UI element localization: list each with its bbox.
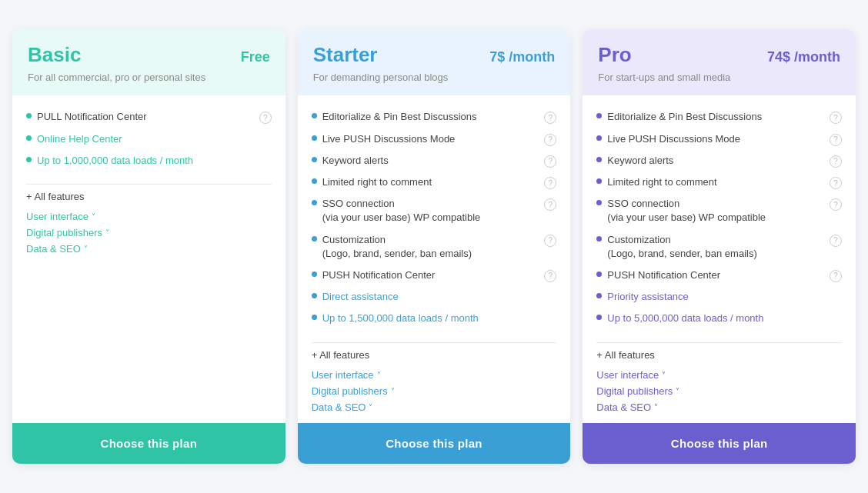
chevron-down-icon: ˅ [369,403,372,411]
expand-item[interactable]: Digital publishers ˅ [596,383,842,399]
feature-text: Customization(Logo, brand, sender, ban e… [322,233,540,261]
feature-item: SSO connection(via your user base) WP co… [312,193,557,228]
help-icon[interactable]: ? [544,134,556,146]
plan-price-starter: 7$ /month [489,49,555,65]
feature-dot [312,135,317,141]
feature-text: SSO connection(via your user base) WP co… [607,197,825,225]
feature-item: Keyword alerts? [312,150,557,172]
feature-dot [26,135,32,141]
feature-dot [596,271,602,277]
expand-list-starter: User interface ˅Digital publishers ˅Data… [312,367,557,415]
help-icon[interactable]: ? [259,112,272,124]
section-divider [596,342,842,343]
choose-plan-button-pro[interactable]: Choose this plan [583,423,856,464]
feature-text: Up to 5,000,000 data loads / month [607,311,842,325]
help-icon[interactable]: ? [544,155,556,168]
feature-dot [596,135,602,141]
feature-text: Keyword alerts [322,154,540,168]
feature-text: PULL Notification Center [37,110,255,124]
expand-item-label: Digital publishers [596,385,673,397]
feature-dot [312,236,317,242]
feature-text: Customization(Logo, brand, sender, ban e… [607,233,825,261]
expand-item[interactable]: Data & SEO ˅ [596,399,842,415]
all-features-label: + All features [596,349,842,361]
expand-item[interactable]: User interface ˅ [596,367,842,383]
plan-name-starter: Starter [313,43,378,67]
feature-text: Keyword alerts [607,154,825,168]
feature-dot [312,113,317,118]
feature-item: Limited right to comment? [596,172,842,193]
expand-item[interactable]: User interface ˅ [26,208,272,225]
feature-dot [312,178,317,184]
all-features-label: + All features [26,191,272,202]
feature-text: Limited right to comment [322,175,540,189]
feature-item: Customization(Logo, brand, sender, ban e… [312,229,557,265]
expand-list-basic: User interface ˅Digital publishers ˅Data… [26,208,272,257]
expand-item[interactable]: Data & SEO ˅ [312,399,557,415]
feature-text: Priority assistance [607,290,842,304]
expand-item-label: Data & SEO [26,243,81,255]
help-icon[interactable]: ? [830,134,842,146]
feature-item: PUSH Notification Center? [596,265,842,286]
expand-item[interactable]: Data & SEO ˅ [26,241,272,257]
expand-list-pro: User interface ˅Digital publishers ˅Data… [596,367,842,415]
feature-dot [596,113,602,118]
expand-item-label: User interface [596,369,659,381]
plan-subtitle-starter: For demanding personal blogs [313,72,556,83]
feature-item: Live PUSH Discussions Mode? [312,128,557,150]
feature-dot [596,200,602,205]
plan-cta-basic: Choose this plan [12,423,285,464]
plan-name-pro: Pro [598,43,631,67]
feature-item: Limited right to comment? [312,172,557,193]
feature-dot [312,157,317,162]
help-icon[interactable]: ? [830,270,842,282]
feature-text: PUSH Notification Center [607,268,825,282]
all-features-label: + All features [312,349,557,361]
feature-item: Customization(Logo, brand, sender, ban e… [596,229,842,265]
feature-list-starter: Editorialize & Pin Best Discussions?Live… [312,106,557,329]
chevron-down-icon: ˅ [676,387,679,395]
help-icon[interactable]: ? [544,177,556,189]
feature-dot [312,200,317,205]
feature-dot [596,157,602,162]
plan-subtitle-basic: For all commercial, pro or personal site… [28,72,270,83]
feature-text: Editorialize & Pin Best Discussions [607,110,825,124]
feature-text: Online Help Center [37,132,272,146]
feature-dot [312,271,317,277]
feature-text: Direct assistance [322,290,557,304]
plan-card-starter: Starter7$ /monthFor demanding personal b… [298,29,571,463]
help-icon[interactable]: ? [544,270,556,282]
feature-list-basic: PULL Notification Center?Online Help Cen… [26,106,272,172]
feature-item: SSO connection(via your user base) WP co… [596,193,842,228]
feature-dot [312,293,317,298]
feature-text: Live PUSH Discussions Mode [607,132,825,146]
help-icon[interactable]: ? [830,177,842,189]
help-icon[interactable]: ? [830,198,842,211]
section-divider [312,342,557,343]
help-icon[interactable]: ? [830,112,842,124]
choose-plan-button-starter[interactable]: Choose this plan [298,423,571,464]
plan-subtitle-pro: For start-ups and small media [598,72,840,83]
help-icon[interactable]: ? [544,112,556,124]
chevron-down-icon: ˅ [105,228,109,237]
help-icon[interactable]: ? [544,235,556,247]
expand-item-label: User interface [312,369,374,381]
help-icon[interactable]: ? [830,155,842,168]
help-icon[interactable]: ? [544,198,556,211]
expand-item[interactable]: Digital publishers ˅ [26,225,272,241]
expand-item[interactable]: Digital publishers ˅ [312,383,557,399]
feature-item: Editorialize & Pin Best Discussions? [596,106,842,128]
plan-header-basic: BasicFreeFor all commercial, pro or pers… [12,29,285,95]
feature-item: Priority assistance [596,286,842,308]
feature-list-pro: Editorialize & Pin Best Discussions?Live… [596,106,842,329]
feature-item: Up to 1,500,000 data loads / month [312,308,557,329]
feature-text: Up to 1,500,000 data loads / month [322,311,557,325]
expand-item[interactable]: User interface ˅ [312,367,557,383]
choose-plan-button-basic[interactable]: Choose this plan [12,423,285,464]
plan-card-basic: BasicFreeFor all commercial, pro or pers… [12,29,285,463]
feature-text: SSO connection(via your user base) WP co… [322,197,540,225]
feature-item: Up to 1,000,000 data loads / month [26,150,272,172]
feature-dot [26,113,32,118]
section-divider [26,184,272,185]
help-icon[interactable]: ? [830,235,842,247]
